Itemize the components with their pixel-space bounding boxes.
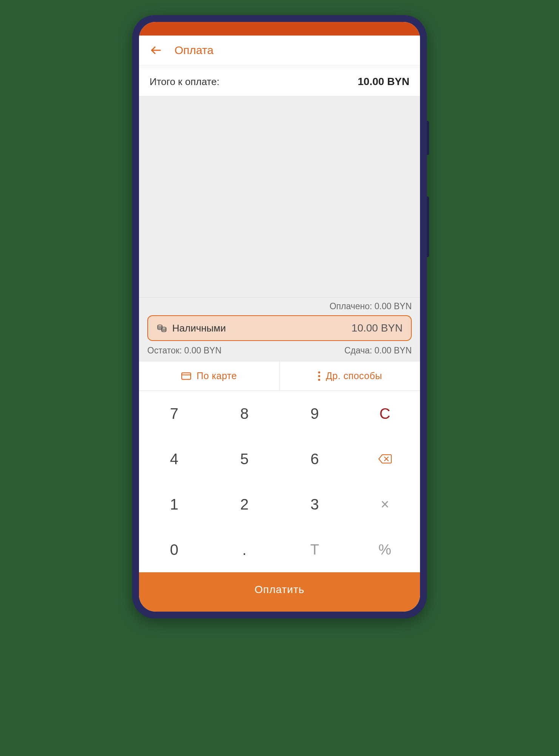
svg-point-6 <box>318 375 320 377</box>
key-0[interactable]: 0 <box>139 527 209 572</box>
key-4[interactable]: 4 <box>139 436 209 482</box>
key-2[interactable]: 2 <box>209 482 280 527</box>
status-bar <box>139 22 420 36</box>
more-vertical-icon <box>318 371 321 381</box>
balance-row: Остаток: 0.00 BYN Сдача: 0.00 BYN <box>147 345 412 356</box>
total-row: Итого к оплате: 10.00 BYN <box>139 67 420 96</box>
total-label: Итого к оплате: <box>150 76 219 88</box>
pay-button[interactable]: Оплатить <box>139 572 420 612</box>
svg-point-7 <box>318 379 320 381</box>
cash-label: Наличными <box>172 322 346 334</box>
key-1[interactable]: 1 <box>139 482 209 527</box>
backspace-icon <box>378 454 392 464</box>
other-methods-button[interactable]: Др. способы <box>280 361 420 390</box>
key-6[interactable]: 6 <box>280 436 350 482</box>
key-backspace[interactable] <box>350 436 420 482</box>
key-t[interactable]: T <box>280 527 350 572</box>
change-label: Сдача: 0.00 BYN <box>344 345 412 356</box>
empty-area <box>139 96 420 297</box>
phone-side-button <box>427 197 429 257</box>
coins-icon <box>156 323 167 333</box>
svg-point-5 <box>318 371 320 373</box>
phone-frame: Оплата Итого к оплате: 10.00 BYN Оплачен… <box>132 15 427 618</box>
phone-side-button <box>427 121 429 155</box>
key-clear[interactable]: C <box>350 391 420 436</box>
pay-by-card-button[interactable]: По карте <box>139 361 280 390</box>
key-8[interactable]: 8 <box>209 391 280 436</box>
key-dot[interactable]: . <box>209 527 280 572</box>
cash-amount: 10.00 BYN <box>352 322 403 334</box>
key-percent[interactable]: % <box>350 527 420 572</box>
other-button-label: Др. способы <box>326 370 382 381</box>
pay-button-label: Оплатить <box>255 584 304 595</box>
cash-payment-input[interactable]: Наличными 10.00 BYN <box>147 315 412 341</box>
card-icon <box>181 372 191 380</box>
app-header: Оплата <box>139 36 420 65</box>
remaining-label: Остаток: 0.00 BYN <box>147 345 221 356</box>
svg-point-1 <box>158 325 162 327</box>
screen: Оплата Итого к оплате: 10.00 BYN Оплачен… <box>139 22 420 612</box>
card-button-label: По карте <box>196 370 237 381</box>
payment-block: Оплачено: 0.00 BYN Наличными 10.00 BYN <box>139 297 420 361</box>
key-7[interactable]: 7 <box>139 391 209 436</box>
page-title: Оплата <box>174 44 213 57</box>
back-arrow-icon[interactable] <box>150 44 162 57</box>
key-9[interactable]: 9 <box>280 391 350 436</box>
numeric-keypad: 7 8 9 C 4 5 6 1 2 3 × 0 . <box>139 391 420 572</box>
payment-methods-row: По карте Др. способы <box>139 361 420 391</box>
key-5[interactable]: 5 <box>209 436 280 482</box>
total-value: 10.00 BYN <box>358 76 409 88</box>
svg-rect-3 <box>182 373 191 379</box>
key-3[interactable]: 3 <box>280 482 350 527</box>
key-multiply[interactable]: × <box>350 482 420 527</box>
paid-label: Оплачено: 0.00 BYN <box>147 301 412 311</box>
